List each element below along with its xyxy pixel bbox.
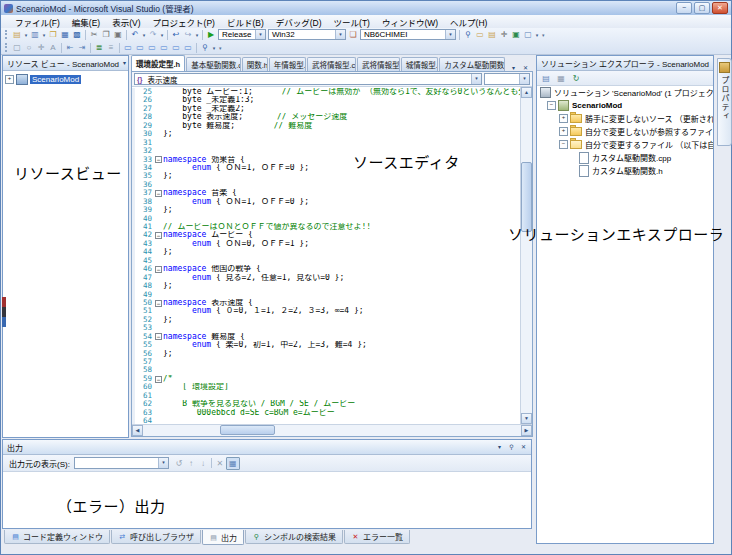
navigate-forward-icon-dropdown[interactable]: ▾ (194, 32, 200, 38)
open-file-icon[interactable]: ❒ (47, 29, 59, 40)
toolbar-grip2[interactable] (5, 43, 7, 52)
properties-window-icon[interactable]: ✛ (498, 29, 510, 40)
tab-shiro[interactable]: 城情報型.h (401, 57, 438, 71)
platform-combo-arrow[interactable]: ▾ (335, 30, 345, 39)
prev-bookmark-folder-icon[interactable]: ▭ (158, 42, 170, 53)
tree-item-folder-referenced[interactable]: + 自分で変更しないが参照するファイル （更新される） (537, 125, 713, 138)
output-source-combo-arrow[interactable]: ▾ (158, 458, 168, 468)
tab-call-browser[interactable]: ⇄ 呼び出しブラウザ (111, 530, 201, 544)
properties-icon[interactable]: ▤ (540, 73, 552, 84)
lasso-select-icon[interactable]: ○ (23, 42, 35, 53)
output-close-icon[interactable]: ✕ (518, 442, 529, 453)
rect-select-icon[interactable]: ▢ (11, 42, 23, 53)
other-windows-icon-dropdown[interactable]: ▾ (534, 32, 540, 38)
toolbar-overflow-icon[interactable]: ▾ (542, 32, 545, 38)
tree-item-custom-h[interactable]: カスタム駆動関数.h (537, 164, 713, 177)
redo-icon-dropdown[interactable]: ▾ (159, 32, 165, 38)
tab-kihon-kudo[interactable]: 基本駆動関数.cpp (186, 57, 241, 71)
clear-bookmarks-icon[interactable]: ▭ (182, 42, 194, 53)
save-all-icon[interactable]: ▩ (71, 29, 83, 40)
fold-collapse-icon[interactable]: − (155, 190, 162, 197)
decrease-indent-icon[interactable]: ⇤ (64, 42, 76, 53)
tab-error-list[interactable]: ✕ エラー一覧 (344, 530, 410, 544)
prev-message-icon[interactable]: ↑ (185, 458, 197, 469)
solution-explorer-header[interactable]: ソリューション エクスプローラ - ScenarioMod ▾ ⚲ ✕ (537, 56, 713, 71)
find-combo[interactable]: NB6CHIMEI ▾ (360, 29, 456, 40)
quick-find-icon-dropdown[interactable]: ▾ (211, 45, 217, 51)
platform-combo[interactable]: Win32 ▾ (268, 29, 346, 40)
editor-horizontal-scrollbar[interactable]: ◀ ▶ (132, 424, 532, 436)
cut-icon[interactable]: ✂ (88, 29, 100, 40)
copy-icon[interactable]: ❐ (100, 29, 112, 40)
menu-view[interactable]: 表示(V) (106, 16, 146, 28)
refresh-icon[interactable]: ↻ (570, 73, 582, 84)
paste-icon[interactable]: ▣ (112, 29, 124, 40)
output-pin-icon[interactable]: ⚲ (506, 442, 517, 453)
next-message-icon[interactable]: ↓ (197, 458, 209, 469)
fold-collapse-icon[interactable]: − (155, 300, 162, 307)
font-size-icon[interactable]: A (47, 42, 59, 53)
tab-busho-cpp[interactable]: 武将情報型.cpp (307, 57, 356, 71)
output-position-icon[interactable]: ▾ (494, 442, 505, 453)
navigate-back-icon[interactable]: ↩ (170, 29, 182, 40)
output-source-combo[interactable]: ▾ (74, 457, 169, 469)
navigate-forward-icon[interactable]: ↪ (182, 29, 194, 40)
tree-item-solution[interactable]: ソリューション 'ScenarioMod' (1 プロジェクト) (537, 86, 713, 99)
resource-view-header[interactable]: リソース ビュー - ScenarioMod ▾ ⚲ ✕ (3, 56, 128, 71)
minimize-button[interactable]: − (676, 2, 692, 14)
members-combo[interactable]: ▾ (484, 73, 530, 85)
start-debug-icon[interactable]: ▶ (205, 29, 217, 40)
scroll-left-icon[interactable]: ◀ (132, 425, 143, 436)
resource-view-position-icon[interactable]: ▾ (119, 58, 128, 69)
tab-busho-h[interactable]: 武将情報型.h (357, 57, 400, 71)
undo-icon[interactable]: ↶ (129, 29, 141, 40)
output-header[interactable]: 出力 ▾ ⚲ ✕ (3, 440, 531, 455)
horizontal-scroll-thumb[interactable] (220, 425, 275, 435)
uncomment-icon[interactable]: ≡ (105, 42, 117, 53)
clear-all-icon[interactable]: ✕ (214, 458, 226, 469)
tab-custom-kudo[interactable]: カスタム駆動関数.cpp (439, 57, 505, 71)
tree-item-folder-sources[interactable]: + 勝手に変更しないソース （更新される） (537, 112, 713, 125)
menu-file[interactable]: ファイル(F) (9, 16, 66, 28)
code-area[interactable]: 25 byte ムービー:1; // ムービーは無効か （無効なら1で、友好なら… (132, 87, 532, 424)
redo-icon[interactable]: ↷ (147, 29, 159, 40)
tree-item-custom-cpp[interactable]: カスタム駆動関数.cpp (537, 151, 713, 164)
find-combo-arrow[interactable]: ▾ (445, 30, 455, 39)
collapse-icon[interactable]: − (547, 101, 556, 110)
scroll-up-icon[interactable]: ▲ (521, 87, 532, 98)
types-combo[interactable]: {} 表示速度 ▾ (134, 73, 482, 85)
solution-explorer-icon[interactable]: ▤ (486, 29, 498, 40)
vertical-scroll-thumb[interactable] (521, 162, 532, 232)
collapse-icon[interactable]: − (559, 140, 568, 149)
show-all-files-icon[interactable]: ▦ (555, 73, 567, 84)
expand-icon[interactable]: + (559, 127, 568, 136)
comment-icon[interactable]: ≣ (93, 42, 105, 53)
tab-kansu[interactable]: 関数.h (242, 57, 268, 71)
fold-collapse-icon[interactable]: − (155, 156, 162, 163)
configuration-combo[interactable]: Release ▾ (218, 29, 266, 40)
types-combo-arrow[interactable]: ▾ (471, 74, 481, 84)
configuration-combo-arrow[interactable]: ▾ (255, 30, 265, 39)
maximize-button[interactable]: ▢ (694, 2, 710, 14)
tab-nenjoho[interactable]: 年情報型.h (269, 57, 306, 71)
scroll-right-icon[interactable]: ▶ (521, 425, 532, 436)
next-bookmark-icon[interactable]: ▭ (146, 42, 158, 53)
menu-edit[interactable]: 編集(E) (66, 16, 106, 28)
properties-autohide-tab[interactable]: プロパティ (717, 58, 732, 146)
resource-tree-root[interactable]: + ScenarioMod (3, 71, 128, 86)
quick-find-icon[interactable]: ⚲ (199, 42, 211, 53)
increase-indent-icon[interactable]: ⇥ (76, 42, 88, 53)
solution-explorer-position-icon[interactable]: ▾ (709, 58, 713, 69)
resource-root-label[interactable]: ScenarioMod (30, 75, 81, 84)
close-button[interactable]: ✕ (712, 2, 728, 14)
add-item-icon[interactable]: ▥ (29, 29, 41, 40)
tree-item-folder-editable[interactable]: − 自分で変更するファイル （以下は自分で更新して取って (537, 138, 713, 151)
pan-icon[interactable]: ✛ (35, 42, 47, 53)
close-document-icon[interactable]: ✕ (521, 64, 530, 71)
menu-debug[interactable]: デバッグ(D) (270, 16, 328, 28)
command-window-icon[interactable]: ▭ (474, 29, 486, 40)
word-wrap-toggle-icon[interactable]: ▦ (226, 457, 240, 470)
tab-code-definition-window[interactable]: ▤ コード定義ウィンドウ (4, 530, 110, 544)
save-icon[interactable]: ▦ (59, 29, 71, 40)
editor-vertical-scrollbar[interactable]: ▲ ▼ (520, 87, 532, 424)
